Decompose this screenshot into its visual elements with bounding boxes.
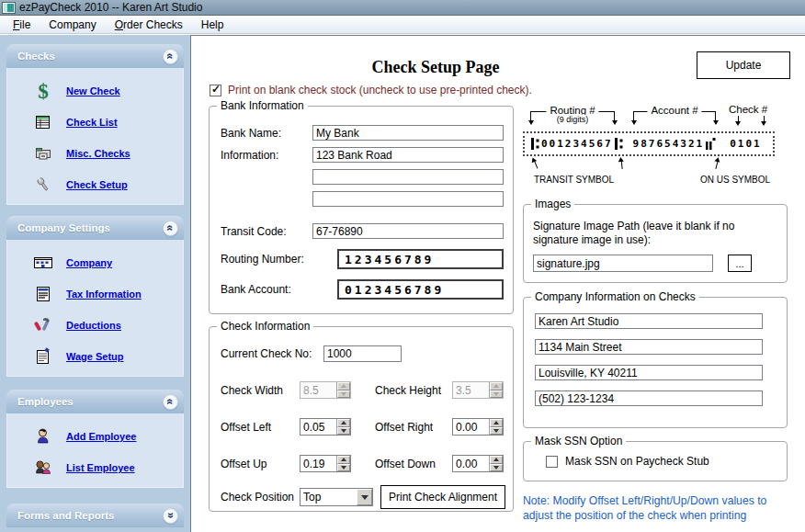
bank-information-input-2[interactable]: [312, 169, 504, 185]
transit-code-label: Transit Code:: [221, 225, 312, 238]
spin-down-button[interactable]: [337, 464, 350, 472]
section-header-forms-and-reports[interactable]: Forms and Reports «: [6, 504, 184, 527]
sidebar: Checks « $ New Check Check List: [0, 35, 190, 532]
spinner-value: 0.00: [453, 456, 489, 471]
sidebar-item-wage-setup[interactable]: Wage Setup: [7, 341, 183, 372]
dollar-icon: $: [31, 81, 55, 102]
print-check-alignment-button[interactable]: Print Check Alignment: [380, 485, 505, 509]
down-arrow-icon: [735, 116, 741, 126]
offset-down-spinner[interactable]: 0.00: [452, 455, 504, 472]
spin-up-button: [490, 382, 503, 391]
person-icon: [31, 427, 55, 446]
sidebar-item-check-list[interactable]: Check List: [7, 107, 183, 138]
expand-button[interactable]: «: [163, 508, 178, 524]
offset-down-label: Offset Down: [375, 458, 452, 470]
signature-path-caption: Signature Image Path (leave it blank if …: [533, 220, 777, 247]
sidebar-section-checks: Checks « $ New Check Check List: [6, 44, 184, 205]
spin-down-button[interactable]: [490, 427, 503, 436]
sidebar-item-list-employee[interactable]: List Employee: [7, 452, 183, 483]
spinner-value: 8.5: [300, 382, 336, 398]
tax-document-icon: [31, 285, 55, 303]
collapse-button[interactable]: «: [163, 394, 178, 410]
spin-up-button[interactable]: [490, 419, 503, 427]
check-setup-link[interactable]: Check Setup: [66, 179, 128, 190]
app-icon: [3, 3, 15, 13]
sidebar-item-new-check[interactable]: $ New Check: [7, 75, 183, 107]
collapse-button[interactable]: «: [163, 49, 178, 64]
misc-checks-link[interactable]: Misc. Checks: [66, 148, 130, 159]
bank-information-input-3[interactable]: [312, 191, 504, 207]
building-icon: [31, 254, 55, 272]
offset-left-label: Offset Left: [221, 421, 300, 434]
offset-right-spinner[interactable]: 0.00: [452, 418, 504, 436]
wage-setup-link[interactable]: Wage Setup: [66, 351, 124, 362]
offset-up-spinner[interactable]: 0.19: [300, 455, 351, 472]
spin-down-button[interactable]: [490, 464, 503, 472]
spin-down-button: [337, 391, 350, 399]
sidebar-item-deductions[interactable]: Deductions: [7, 310, 183, 341]
routing-number-input[interactable]: [337, 249, 504, 269]
mask-ssn-checkbox[interactable]: [546, 456, 558, 468]
tax-information-link[interactable]: Tax Information: [66, 289, 142, 300]
collapse-button[interactable]: «: [163, 221, 178, 236]
micr-sample-diagram: Routing # (9 digits) Account # Check #: [523, 103, 787, 193]
spin-up-button[interactable]: [490, 456, 503, 464]
company-city-input[interactable]: [535, 365, 763, 380]
check-height-spinner: 3.5: [452, 381, 504, 399]
bank-name-input[interactable]: [312, 125, 504, 141]
add-employee-link[interactable]: Add Employee: [66, 431, 136, 442]
menu-company[interactable]: Company: [40, 17, 105, 33]
transit-symbol-icon: [531, 138, 539, 150]
group-legend: Mask SSN Option: [531, 435, 626, 447]
check-number-label: Check #: [729, 104, 767, 115]
spin-up-button[interactable]: [337, 419, 350, 427]
company-street-input[interactable]: [535, 339, 763, 355]
dropdown-arrow-button[interactable]: [357, 489, 372, 505]
sidebar-item-check-setup[interactable]: Check Setup: [7, 169, 183, 200]
deductions-link[interactable]: Deductions: [66, 320, 121, 331]
company-link[interactable]: Company: [66, 257, 112, 268]
wage-document-icon: [31, 347, 55, 366]
offset-note: Note: Modify Offset Left/Right/Up/Down v…: [523, 494, 780, 524]
wrench-icon: [31, 175, 55, 194]
down-arrow-icon: [528, 120, 534, 125]
bank-information-input-1[interactable]: [312, 147, 504, 163]
section-header-employees[interactable]: Employees «: [6, 390, 184, 413]
sidebar-item-misc-checks[interactable]: Misc. Checks: [7, 138, 183, 169]
left-column: Bank Information Bank Name: Information:: [209, 106, 514, 512]
sidebar-item-company[interactable]: Company: [7, 247, 183, 278]
group-legend: Company Information on Checks: [531, 290, 699, 303]
bank-information-group: Bank Information Bank Name: Information:: [209, 106, 514, 314]
check-list-link[interactable]: Check List: [66, 117, 118, 128]
signature-path-input[interactable]: [533, 255, 713, 272]
chevron-up-icon: «: [165, 53, 176, 60]
update-button[interactable]: Update: [697, 51, 790, 79]
micr-account-digits: 987654321: [633, 138, 705, 150]
images-group: Images Signature Image Path (leave it bl…: [523, 204, 788, 283]
spin-up-button[interactable]: [337, 456, 350, 464]
bank-account-label: Bank Account:: [221, 283, 337, 296]
transit-code-input[interactable]: [312, 223, 504, 239]
menu-file[interactable]: File: [4, 17, 40, 33]
company-phone-input[interactable]: [535, 391, 763, 406]
offset-left-spinner[interactable]: 0.05: [300, 418, 351, 436]
section-title: Checks: [17, 51, 55, 62]
check-position-dropdown[interactable]: Top: [300, 488, 373, 506]
new-check-link[interactable]: New Check: [66, 85, 120, 96]
bank-account-input[interactable]: [337, 279, 504, 300]
company-name-input[interactable]: [535, 313, 763, 329]
current-check-no-input[interactable]: [323, 345, 402, 362]
section-header-company-settings[interactable]: Company Settings «: [6, 216, 184, 240]
menu-order-checks[interactable]: Order Checks: [106, 17, 192, 33]
routing-number-label: Routing Number:: [221, 253, 337, 266]
sidebar-item-tax-information[interactable]: Tax Information: [7, 278, 183, 310]
section-header-checks[interactable]: Checks «: [6, 44, 184, 68]
down-arrow-icon: [761, 116, 766, 126]
browse-button[interactable]: ...: [728, 255, 752, 272]
list-employee-link[interactable]: List Employee: [66, 462, 135, 473]
spin-down-button[interactable]: [337, 427, 350, 436]
titlebar: ezPayCheck 2010 -- Karen Art Studio: [0, 0, 805, 16]
blank-stock-checkbox[interactable]: [210, 85, 221, 96]
sidebar-item-add-employee[interactable]: Add Employee: [7, 421, 183, 452]
menu-help[interactable]: Help: [192, 17, 233, 33]
